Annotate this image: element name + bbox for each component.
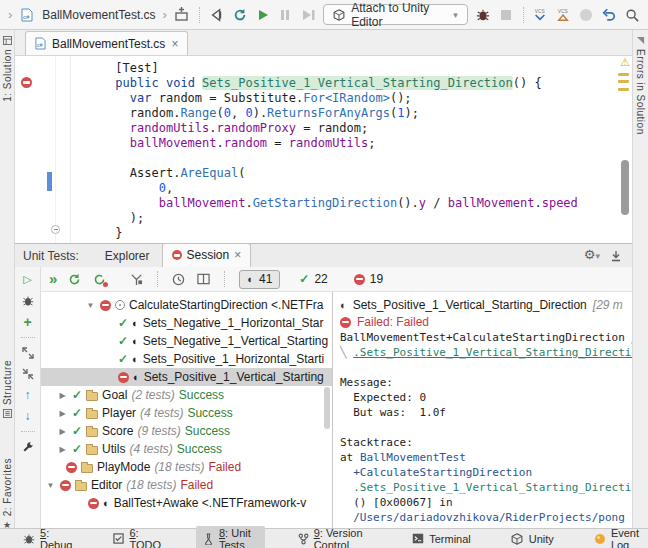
test-failed-gutter-icon[interactable] [21,77,32,88]
hide-panel-icon[interactable] [610,250,622,262]
sidebar-item-solution[interactable]: 1: Solution [2,36,13,102]
code-line[interactable]: var random = Substitute.For<IRandom>(); [72,91,616,106]
step-button[interactable] [300,6,316,24]
next-failed-icon[interactable]: ↓ [25,410,31,422]
test-tree-row[interactable]: ✓◐Sets_Negative_1_Vertical_Starting [41,332,332,350]
code-lines: [Test] public void Sets_Positive_1_Verti… [72,61,616,241]
attach-to-unity-dropdown[interactable]: Attach to Unity Editor ▾ [323,4,468,25]
code-line[interactable]: [Test] [72,61,616,76]
test-tree-row[interactable]: ▶✓Score(9 tests)Success [41,422,332,440]
search-icon[interactable] [624,6,640,24]
track-time-icon[interactable] [172,273,185,286]
settings-wrench-icon[interactable] [22,441,34,453]
split-view-icon[interactable] [197,273,210,285]
test-count: (18 tests) [154,460,204,474]
tree-toggle-icon[interactable]: ▶ [57,409,68,418]
fold-icon[interactable] [51,225,60,234]
test-tree-row[interactable]: PlayMode(18 tests)Failed [41,458,332,476]
tree-toggle-icon[interactable]: ▶ [57,427,68,436]
statusbar-item-event-log[interactable]: Event Log [587,526,648,548]
close-icon[interactable]: × [171,37,178,51]
tab-ballmovementtest[interactable]: c# BallMovementTest.cs × [25,31,188,55]
code-line[interactable]: ballMovement.random = randomUtils; [72,136,616,151]
statusbar-item-terminal[interactable]: Terminal [404,531,478,546]
statusbar-item-todo[interactable]: 6: TODO [106,526,170,548]
warning-icon[interactable]: ⚠ [620,56,630,68]
expand-all-icon[interactable] [22,347,34,359]
failed-icon [66,462,77,473]
new-session-icon[interactable] [130,273,143,286]
run-all-icon[interactable]: » [49,272,56,286]
test-tree-row[interactable]: ✓◐Sets_Positive_1_Horizontal_Starti [41,350,332,368]
statusbar-item-version-control[interactable]: 9: Version Control [291,526,379,548]
unity-reload-icon[interactable] [209,6,225,24]
stop-button[interactable] [498,6,514,24]
debug-test-icon[interactable] [22,295,34,307]
test-link[interactable]: .Sets_Positive_1_Vertical_Starting_Direc… [353,346,632,359]
test-tree-row[interactable]: ▶✓Player(4 tests)Success [41,404,332,422]
code-line[interactable] [72,151,616,166]
code-line[interactable]: public void Sets_Positive_1_Vertical_Sta… [72,76,616,91]
collapse-all-icon[interactable] [22,368,34,380]
add-session-icon[interactable]: + [23,316,31,328]
code-line[interactable]: 0, [72,181,616,196]
filter-failed-toggle[interactable]: 19 [347,270,390,289]
code-line[interactable]: Assert.AreEqual( [72,166,616,181]
test-tree-row[interactable]: ▶✓Goal(2 tests)Success [41,386,332,404]
test-tree-row[interactable]: ◐Sets_Positive_1_Vertical_Starting [41,368,332,386]
test-tree-row[interactable]: ✓◐Sets_Negative_1_Horizontal_Star [41,314,332,332]
statusbar-item-debug[interactable]: 5: Debug [16,526,80,548]
tree-toggle-icon[interactable]: ▶ [57,445,68,454]
tab-session[interactable]: Session × [162,243,252,267]
run-config-icon[interactable] [174,6,190,24]
tree-toggle-icon[interactable]: ▼ [85,301,96,310]
filter-all-toggle[interactable]: ◐ 41 [239,270,280,289]
breadcrumb-file[interactable]: BallMovementTest.cs [42,8,155,22]
close-icon[interactable]: × [234,248,241,262]
pause-button[interactable] [277,6,293,24]
code-editor[interactable]: [Test] public void Sets_Positive_1_Verti… [15,56,632,243]
code-line[interactable]: ); [72,211,616,226]
failed-icon [88,498,99,509]
code-line[interactable]: } [72,226,616,241]
svg-text:c#: c# [37,42,44,48]
test-tree-row[interactable]: ▼CalculateStartingDirection <.NETFra [41,296,332,314]
vcs-commit-icon[interactable]: VCS [555,6,571,24]
tree-toggle-icon[interactable]: ▶ [57,391,68,400]
test-icon: ◐ [132,336,139,347]
tree-scrollbar[interactable] [324,387,330,429]
gear-icon[interactable]: ⚙▾ [584,248,600,263]
filter-passed-toggle[interactable]: ✓ 22 [292,270,334,289]
previous-failed-icon[interactable]: ↑ [25,389,31,401]
test-state-icon: ◐ [340,300,347,311]
statusbar-item-unity[interactable]: Unity [504,531,561,546]
sidebar-item-favorites[interactable]: 2: Favorites ★ [2,458,13,530]
todo-icon [113,532,124,545]
run-test-icon[interactable]: ▷ [23,273,31,286]
refresh-icon[interactable] [232,6,248,24]
run-button[interactable] [255,6,271,24]
code-line[interactable]: ballMovement.GetStartingDirection().y / … [72,196,616,211]
test-tree-row[interactable]: ◐BallTest+Awake <.NETFramework-v [41,494,332,512]
code-line[interactable]: random.Range(0, 0).ReturnsForAnyArgs(1); [72,106,616,121]
errors-in-solution-label[interactable]: Errors in Solution [635,49,646,135]
vcs-update-icon[interactable]: VCS [533,6,549,24]
debug-button[interactable] [475,6,491,24]
statusbar-item-unit-tests[interactable]: 8: Unit Tests [196,526,265,548]
inspection-mark[interactable] [618,88,629,91]
toolbar-separator [157,271,158,287]
repeat-run-icon[interactable] [68,273,81,286]
test-tree-row[interactable]: ▶✓Utils(4 tests)Success [41,440,332,458]
undo-icon[interactable] [601,6,617,24]
sidebar-item-structure[interactable]: Structure [2,360,13,418]
test-tree[interactable]: ▼CalculateStartingDirection <.NETFra✓◐Se… [41,292,332,528]
code-line[interactable]: randomUtils.randomProxy = random; [72,121,616,136]
inspection-mark[interactable] [618,73,629,76]
tree-toggle-icon[interactable]: ▼ [45,481,56,490]
tab-explorer[interactable]: Explorer [93,245,162,267]
inspection-mark[interactable] [618,80,629,83]
test-tree-row[interactable]: ▼Editor(18 tests)Failed [41,476,332,494]
editor-scrollbar[interactable] [621,160,629,215]
shelve-icon[interactable] [578,6,594,24]
rerun-failed-icon[interactable] [93,273,106,286]
